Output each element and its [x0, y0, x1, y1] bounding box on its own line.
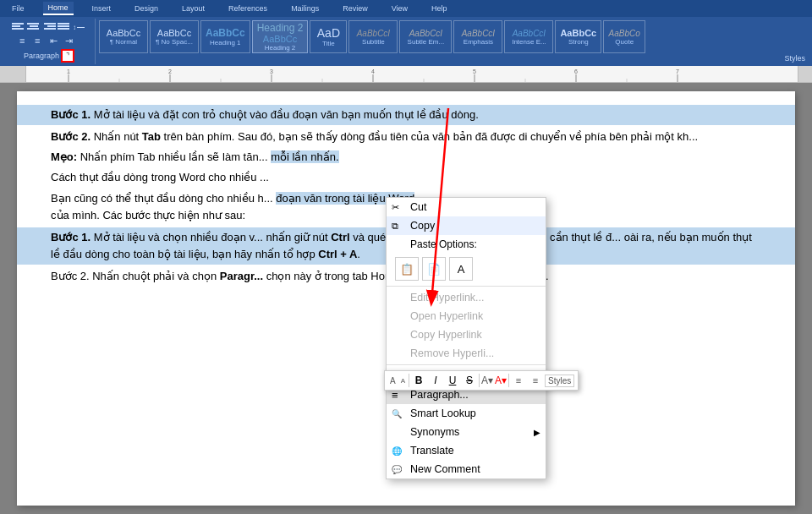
svg-text:7: 7 [676, 68, 679, 74]
ruler: 1 2 3 4 5 6 7 [0, 66, 812, 83]
ribbon-tabs: File Home Insert Design Layout Reference… [0, 0, 812, 17]
svg-text:3: 3 [270, 68, 273, 74]
mini-separator-1 [409, 374, 409, 387]
ctx-edit-hyperlink[interactable]: Edit Hyperlink... [387, 288, 546, 307]
ctx-new-comment[interactable]: 💬 New Comment [387, 460, 546, 478]
tab-view[interactable]: View [387, 3, 413, 14]
numbered-list-icon[interactable]: ≡ [35, 36, 48, 46]
svg-text:5: 5 [473, 68, 476, 74]
outdent-icon[interactable]: ⇤ [50, 36, 63, 46]
style-strong[interactable]: AaBbCc Strong [555, 20, 601, 53]
bold-button[interactable]: B [411, 373, 426, 388]
tab-review[interactable]: Review [337, 3, 373, 14]
tab-references[interactable]: References [223, 3, 272, 14]
align-right-icon[interactable] [42, 22, 56, 33]
paragraph-3: Mẹo: Nhấn phím Tab nhiều lần sẽ làm tăn.… [51, 149, 761, 166]
ctx-cut[interactable]: ✂ Cut [387, 198, 546, 216]
style-heading2[interactable]: Heading 2 AaBbCc Heading 2 [252, 20, 309, 53]
translate-icon: 🌐 [392, 446, 402, 456]
ctx-open-hyperlink[interactable]: Open Hyperlink [387, 307, 546, 325]
paragraph-group-label: Paragraph [24, 52, 59, 60]
tab-home[interactable]: Home [43, 2, 74, 15]
document-area: Bước 1. Mở tài liệu và đặt con trỏ chuột… [0, 83, 812, 514]
mini-toolbar: A A B I U S A▾ A▾ ≡ ≡ Styles [384, 370, 579, 391]
styles-mini-button[interactable]: Styles [545, 375, 574, 387]
align-center-icon[interactable] [27, 22, 41, 33]
paragraph-4: Cách thụt đầu dòng trong Word cho nhiều … [51, 169, 761, 186]
style-heading1[interactable]: AaBbCc Heading 1 [200, 20, 250, 53]
tab-insert[interactable]: Insert [87, 3, 117, 14]
svg-text:4: 4 [371, 68, 375, 74]
bullet-mini-button[interactable]: ≡ [511, 373, 526, 388]
copy-icon: ⧉ [392, 221, 398, 232]
style-emphasis[interactable]: AaBbCcI Emphasis [453, 20, 502, 53]
synonyms-arrow-icon: ▶ [534, 428, 540, 437]
bullet-list-icon[interactable]: ≡ [19, 36, 33, 46]
context-menu: ✂ Cut ⧉ Copy Paste Options: 📋 📄 A Edit H… [386, 197, 546, 479]
style-normal[interactable]: AaBbCc ¶ Normal [99, 20, 148, 53]
tab-mailings[interactable]: Mailings [286, 3, 324, 14]
style-no-space[interactable]: AaBbCc ¶ No Spac... [150, 20, 199, 53]
svg-text:2: 2 [168, 68, 172, 74]
mini-separator-2 [479, 374, 480, 387]
comment-icon: 💬 [392, 465, 402, 474]
paragraph-expand-button[interactable]: ⌝ [61, 49, 74, 63]
ctx-paste-label: Paste Options: [387, 235, 546, 254]
svg-text:6: 6 [574, 68, 578, 74]
styles-section: AaBbCc ¶ Normal AaBbCc ¶ No Spac... AaBb… [96, 19, 809, 64]
ctx-copy-hyperlink[interactable]: Copy Hyperlink [387, 325, 546, 344]
style-quote[interactable]: AaBbCo Quote [603, 20, 645, 53]
strikethrough-button[interactable]: S [462, 373, 477, 388]
ctx-translate[interactable]: 🌐 Translate [387, 441, 546, 460]
paste-text-only[interactable]: A [449, 257, 473, 281]
style-subtle-em[interactable]: AaBbCcI Subtle Em... [399, 20, 452, 53]
ribbon-main: ↕ ≡ ≡ ⇤ ⇥ Paragraph ⌝ AaBbCc ¶ Normal Aa… [0, 17, 812, 66]
paragraph-2: Bước 2. Nhấn nút Tab trên bàn phím. Sau … [51, 128, 761, 145]
ctx-smart-lookup[interactable]: 🔍 Smart Lookup [387, 404, 546, 423]
ctx-synonyms[interactable]: Synonyms ▶ [387, 423, 546, 441]
font-size-down[interactable]: A [399, 376, 407, 386]
indent-icon[interactable]: ⇥ [65, 36, 79, 46]
italic-button[interactable]: I [428, 373, 443, 388]
cut-icon: ✂ [392, 202, 399, 213]
paragraph-1: Bước 1. Mở tài liệu và đặt con trỏ chuột… [17, 105, 795, 125]
ctx-separator-1 [387, 286, 546, 287]
tab-help[interactable]: Help [426, 3, 453, 14]
tab-file[interactable]: File [7, 3, 30, 14]
tab-layout[interactable]: Layout [177, 3, 210, 14]
font-color-button[interactable]: A▾ [495, 375, 507, 386]
justify-icon[interactable] [58, 22, 71, 33]
paste-merge[interactable]: 📄 [422, 257, 446, 281]
svg-text:1: 1 [67, 68, 70, 74]
ctx-paste-buttons: 📋 📄 A [387, 254, 546, 284]
mini-separator-3 [508, 374, 509, 387]
ctx-remove-hyperlink[interactable]: Remove Hyperli... [387, 344, 546, 363]
smart-lookup-icon: 🔍 [392, 409, 402, 418]
styles-label: Styles [784, 54, 805, 63]
style-title[interactable]: AaD Title [310, 20, 347, 53]
paragraph-group: ↕ ≡ ≡ ⇤ ⇥ Paragraph ⌝ [3, 19, 96, 64]
style-subtitle[interactable]: AaBbCcI Subtitle [348, 20, 398, 53]
indent-mini-button[interactable]: ≡ [528, 373, 543, 388]
tab-design[interactable]: Design [129, 3, 163, 14]
style-intense-e[interactable]: AaBbCcI Intense E... [504, 20, 553, 53]
paste-keep-source[interactable]: 📋 [395, 257, 419, 281]
align-left-icon[interactable] [12, 22, 25, 33]
ctx-copy[interactable]: ⧉ Copy [387, 216, 546, 235]
ctx-separator-2 [387, 364, 546, 365]
highlight-color-button[interactable]: A▾ [481, 375, 493, 386]
font-size-up[interactable]: A [388, 375, 398, 386]
line-spacing-icon[interactable]: ↕ [73, 22, 86, 33]
underline-button[interactable]: U [445, 373, 460, 388]
